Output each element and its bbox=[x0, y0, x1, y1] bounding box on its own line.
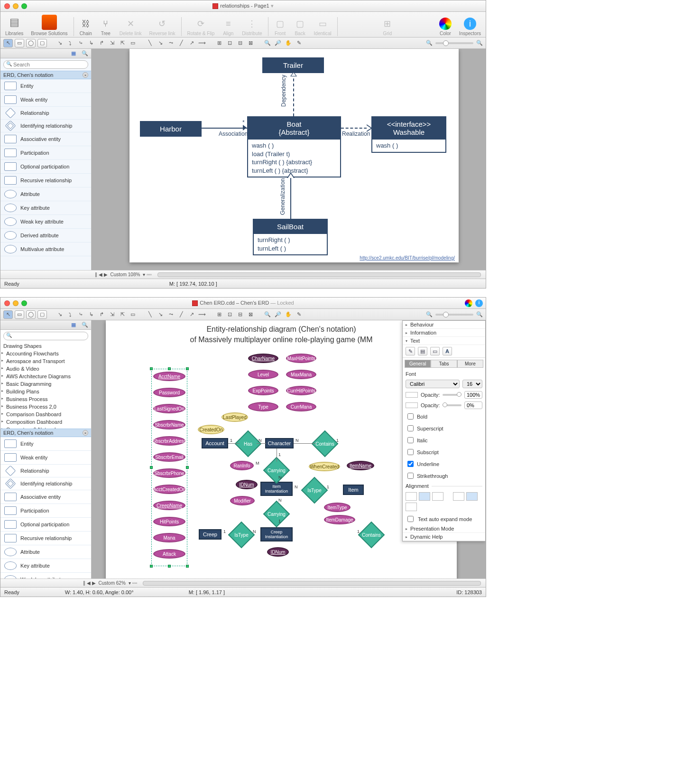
autoexpand-row[interactable]: Text auto expand mode bbox=[403, 513, 485, 525]
zoom-minus-icon[interactable]: 🔍 bbox=[426, 40, 433, 46]
shape-item[interactable]: Participation bbox=[0, 146, 91, 160]
inspector-section-information[interactable]: ▸Information bbox=[403, 329, 485, 337]
zoom-plus-icon[interactable]: 🔍 bbox=[476, 40, 483, 46]
line-icon-3[interactable]: ⤳ bbox=[166, 39, 175, 47]
source-url[interactable]: http://sce2.umkc.edu/BIT/burrise/pl/mode… bbox=[360, 255, 455, 261]
shape-item[interactable]: Key attribute bbox=[0, 201, 91, 215]
shape-item[interactable]: Associative entity bbox=[0, 490, 91, 504]
valign-middle-icon[interactable] bbox=[466, 492, 478, 501]
close-icon[interactable] bbox=[4, 3, 10, 9]
category-item[interactable]: AWS Architecture Diagrams bbox=[0, 373, 91, 380]
eyedrop-icon[interactable]: ✎ bbox=[295, 39, 303, 47]
hand-icon[interactable]: ✋ bbox=[284, 39, 293, 47]
rect-tool-icon[interactable]: ▭ bbox=[15, 310, 24, 319]
shape-item[interactable]: Relationship bbox=[0, 107, 91, 120]
line-icon[interactable]: ⟿ bbox=[198, 310, 206, 319]
attr-idnum2[interactable]: IDNum bbox=[267, 547, 289, 557]
zoom-icon[interactable] bbox=[21, 300, 27, 306]
line-icon-5[interactable]: ↗ bbox=[187, 39, 196, 47]
inspector-panel[interactable]: ▸Behaviour ▸Information ▾Text ✎ ▤ ▭ A Ge… bbox=[402, 320, 486, 541]
rect-tool-icon[interactable]: ▭ bbox=[15, 39, 24, 47]
panel-header-erd[interactable]: ERD, Chen's notation × bbox=[0, 71, 91, 79]
zoom-slider[interactable]: 🔍 🔍 bbox=[426, 311, 483, 317]
text-tool-icon[interactable]: A bbox=[443, 347, 452, 355]
attr-sbscrbrphone[interactable]: SbscrbrPhone bbox=[153, 468, 185, 478]
shape-item[interactable]: Relationship bbox=[0, 465, 91, 477]
attr-modifier[interactable]: Modifier bbox=[230, 496, 255, 505]
conn-icon[interactable]: ⤷ bbox=[76, 310, 85, 319]
attr-createdon[interactable]: CreatedOn bbox=[198, 425, 224, 434]
shape-item[interactable]: Key attribute bbox=[0, 559, 91, 573]
titlebar[interactable]: relationships - Page1 ▾ bbox=[0, 0, 486, 12]
libraries-button[interactable]: ▤Libraries bbox=[3, 15, 25, 36]
category-item[interactable]: Basic Diagramming bbox=[0, 380, 91, 388]
category-item[interactable]: Accounting Flowcharts bbox=[0, 350, 91, 357]
rel-carrying2[interactable]: Carrying bbox=[267, 504, 286, 523]
entity-item[interactable]: Item bbox=[343, 485, 364, 495]
shape-item[interactable]: Derived attribute bbox=[0, 229, 91, 243]
shape-item[interactable]: Weak entity bbox=[0, 93, 91, 107]
search-tab-icon[interactable]: 🔍 bbox=[81, 321, 89, 329]
rel-contains2[interactable]: Contains bbox=[362, 525, 381, 544]
snap-icon-4[interactable]: ⊠ bbox=[246, 39, 255, 47]
attr-password[interactable]: Password bbox=[153, 388, 185, 397]
minimize-icon[interactable] bbox=[13, 300, 18, 306]
shape-item[interactable]: Optional participation bbox=[0, 518, 91, 532]
autoexpand-checkbox[interactable] bbox=[407, 516, 414, 522]
canvas-area[interactable]: Entity-relationship diagram (Chen's nota… bbox=[92, 320, 486, 579]
uml-class-harbor[interactable]: Harbor bbox=[140, 121, 202, 137]
font-size-select[interactable]: 16 bbox=[462, 380, 482, 388]
attr-hitpoints[interactable]: HitPoints bbox=[153, 517, 185, 526]
shape-item[interactable]: Attribute bbox=[0, 187, 91, 201]
rel-contains[interactable]: Contains bbox=[315, 434, 334, 453]
align-button[interactable]: ≡Align bbox=[220, 18, 236, 36]
attr-itemtype[interactable]: ItemType bbox=[324, 503, 351, 512]
attr-whencreated[interactable]: WhenCreated bbox=[309, 462, 340, 471]
hand-icon[interactable]: ✋ bbox=[284, 310, 293, 319]
presentation-mode-row[interactable]: ▸Presentation Mode bbox=[403, 525, 485, 533]
line-icon[interactable]: ╱ bbox=[177, 310, 185, 319]
h-scrollbar[interactable] bbox=[157, 272, 481, 277]
opacity-input[interactable] bbox=[464, 401, 482, 409]
canvas-page[interactable]: Trailer Harbor Boat {Abstract} wash ( ) … bbox=[129, 49, 459, 262]
snap-icon[interactable]: ⊞ bbox=[215, 310, 223, 319]
pointer-tool-icon[interactable]: ↖ bbox=[3, 39, 13, 47]
connector-icon-3[interactable]: ⤷ bbox=[76, 39, 85, 47]
rel-istype2[interactable]: IsType bbox=[232, 525, 251, 544]
attr-sbscrbremail[interactable]: SbscrbrEmail bbox=[153, 452, 185, 462]
distribute-button[interactable]: ⋮Distribute bbox=[240, 18, 264, 36]
opacity-slider[interactable] bbox=[443, 394, 461, 396]
rounded-tool-icon[interactable]: ▢ bbox=[37, 310, 47, 319]
snap-icon[interactable]: ⊠ bbox=[246, 310, 255, 319]
valign-bottom-icon[interactable] bbox=[406, 503, 417, 511]
line-icon-2[interactable]: ↘ bbox=[156, 39, 165, 47]
line-icon-4[interactable]: ╱ bbox=[177, 39, 185, 47]
panel-header-erd[interactable]: ERD, Chen's notation × bbox=[0, 429, 91, 437]
canvas-area[interactable]: Trailer Harbor Boat {Abstract} wash ( ) … bbox=[92, 49, 486, 270]
category-drawing-shapes[interactable]: Drawing Shapes bbox=[0, 342, 91, 350]
search-tab-icon[interactable]: 🔍 bbox=[81, 49, 89, 58]
rel-has[interactable]: Has bbox=[239, 434, 258, 453]
shape-item[interactable]: Weak key attribute bbox=[0, 215, 91, 229]
line-icon[interactable]: ↗ bbox=[187, 310, 196, 319]
rel-carrying[interactable]: Carrying bbox=[267, 461, 286, 480]
attr-mana[interactable]: Mana bbox=[153, 533, 185, 542]
category-item[interactable]: Business Process 2,0 bbox=[0, 403, 91, 411]
attr-creepname[interactable]: CreepName bbox=[153, 501, 185, 510]
category-item[interactable]: Comparison Dashboard bbox=[0, 411, 91, 418]
shape-item[interactable]: Associative entity bbox=[0, 132, 91, 146]
align-center-icon[interactable] bbox=[419, 492, 430, 501]
search-input[interactable] bbox=[3, 60, 88, 69]
tree-button[interactable]: ⑂Tree bbox=[98, 18, 114, 36]
conn-icon[interactable]: ⇱ bbox=[118, 310, 127, 319]
italic-checkbox[interactable]: Italic bbox=[406, 436, 444, 445]
zoom-out-icon[interactable]: 🔎 bbox=[274, 39, 282, 47]
shape-item[interactable]: Weak entity bbox=[0, 451, 91, 465]
swatch-icon[interactable] bbox=[406, 402, 418, 408]
minimize-icon[interactable] bbox=[13, 3, 18, 9]
dynamic-help-row[interactable]: ▸Dynamic Help bbox=[403, 533, 485, 541]
uml-class-boat[interactable]: Boat {Abstract} wash ( ) load (Trailer t… bbox=[247, 116, 341, 177]
rounded-tool-icon[interactable]: ▢ bbox=[37, 39, 47, 47]
tab-general[interactable]: General bbox=[405, 360, 431, 368]
close-icon[interactable] bbox=[4, 300, 10, 306]
